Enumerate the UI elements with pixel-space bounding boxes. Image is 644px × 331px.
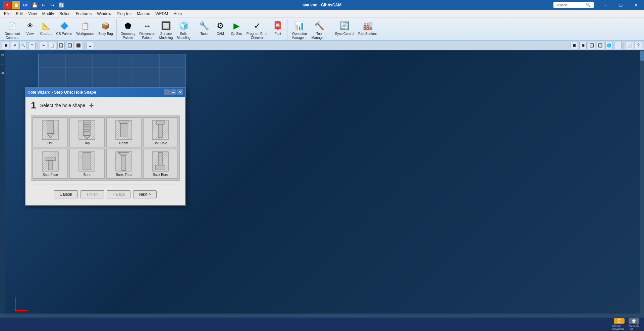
post-button[interactable]: 📮 Post bbox=[270, 19, 285, 37]
menu-edit[interactable]: Edit bbox=[13, 11, 25, 17]
minimize-button[interactable]: ─ bbox=[598, 0, 613, 10]
search-box[interactable]: 🔍 bbox=[553, 2, 594, 8]
sub-btn-5[interactable]: ✂ bbox=[40, 42, 47, 49]
sub-btn-r8[interactable]: ❓ bbox=[635, 42, 642, 49]
menu-features[interactable]: Features bbox=[73, 11, 94, 17]
title-bar-icons: R 📄 Gc 💾 ↩ ↪ 🔄 bbox=[3, 1, 65, 9]
sub-btn-r5[interactable]: 🌐 bbox=[605, 42, 613, 49]
sub-btn-9[interactable]: ⬛ bbox=[75, 42, 82, 49]
hole-item-ream[interactable]: Ream bbox=[106, 117, 142, 147]
hole-item-drill[interactable]: Drill bbox=[33, 117, 68, 147]
bore-svg bbox=[78, 151, 96, 172]
body-bag-icon: 📦 bbox=[100, 20, 111, 31]
part-stations-icon: 🏭 bbox=[363, 20, 373, 31]
next-button[interactable]: Next > bbox=[133, 190, 157, 198]
maximize-button[interactable]: □ bbox=[613, 0, 629, 10]
left-label-e: E bbox=[1, 72, 4, 74]
part-stations-button[interactable]: 🏭 Part Stations bbox=[357, 19, 379, 37]
workgroups-button[interactable]: 📋 Workgroups bbox=[75, 19, 96, 37]
cs-palette-button[interactable]: 🔷 CS Palette bbox=[55, 19, 74, 37]
left-label-g: G bbox=[1, 54, 4, 56]
svg-rect-22 bbox=[48, 160, 52, 170]
view-label: View bbox=[26, 32, 34, 36]
menu-wedm[interactable]: WEDM bbox=[153, 11, 171, 17]
taskbar-cimco[interactable]: C CimcoDownloa... bbox=[613, 318, 625, 330]
back-bore-label: Back Bore bbox=[153, 173, 168, 177]
dialog-minimize-button[interactable]: ─ bbox=[170, 89, 176, 95]
program-error-checker-button[interactable]: ✓ Program ErrorChecker bbox=[245, 19, 269, 41]
redo-icon[interactable]: ↪ bbox=[49, 1, 56, 9]
sub-btn-2[interactable]: ↗ bbox=[11, 42, 18, 49]
menu-file[interactable]: File bbox=[1, 11, 13, 17]
refresh-icon[interactable]: 🔄 bbox=[57, 1, 65, 9]
sub-btn-8[interactable]: 🔲 bbox=[66, 42, 73, 49]
svg-rect-18 bbox=[156, 121, 164, 124]
coord-button[interactable]: 📐 Coord... bbox=[39, 19, 54, 37]
finish-button[interactable]: Finish bbox=[80, 190, 104, 198]
search-icon: 🔍 bbox=[586, 3, 591, 7]
body-bag-button[interactable]: 📦 Body Bag bbox=[97, 19, 114, 37]
close-button[interactable]: ✕ bbox=[629, 0, 644, 10]
sub-btn-r4[interactable]: 🔲 bbox=[597, 42, 604, 49]
svg-rect-5 bbox=[84, 121, 90, 136]
geometry-palette-button[interactable]: ⬟ GeometryPalette bbox=[119, 19, 137, 41]
op-sim-button[interactable]: ▶ Op Sim bbox=[229, 19, 244, 37]
sub-btn-4[interactable]: ◻ bbox=[28, 42, 36, 49]
sub-btn-r6[interactable]: ← bbox=[614, 42, 622, 49]
sub-btn-6[interactable]: 📋 bbox=[49, 42, 56, 49]
vertical-scrollbar[interactable] bbox=[640, 50, 644, 331]
sub-btn-r3[interactable]: 🔲 bbox=[588, 42, 595, 49]
sub-btn-r2[interactable]: ⊟ bbox=[579, 42, 587, 49]
save-icon[interactable]: 💾 bbox=[31, 1, 39, 9]
sub-btn-7[interactable]: 🔲 bbox=[57, 42, 65, 49]
menu-modify[interactable]: Modify bbox=[40, 11, 57, 17]
hole-item-tap[interactable]: Tap bbox=[69, 117, 105, 147]
operation-manager-label: OperationManager... bbox=[291, 32, 307, 40]
sub-separator-r1 bbox=[624, 43, 624, 49]
hole-item-bolt-hole[interactable]: Bolt Hole bbox=[143, 117, 178, 147]
menu-window[interactable]: Window bbox=[94, 11, 114, 17]
undo-icon[interactable]: ↩ bbox=[40, 1, 47, 9]
back-button[interactable]: < Back bbox=[107, 190, 130, 198]
solid-modeling-button[interactable]: 🧊 SolidModeling bbox=[175, 19, 192, 41]
app-icon-3[interactable]: Gc bbox=[21, 1, 30, 9]
menu-macros[interactable]: Macros bbox=[134, 11, 153, 17]
operation-manager-button[interactable]: 📊 OperationManager... bbox=[290, 19, 309, 41]
sub-btn-10[interactable]: ≡ bbox=[87, 42, 94, 49]
taskbar-recycle[interactable]: 🗑 RecycleBin bbox=[628, 318, 640, 330]
menu-help[interactable]: Help bbox=[171, 11, 184, 17]
ribbon-toolbar: 📄 DocumentControl... 👁 View 📐 Coord... 🔷… bbox=[0, 17, 644, 41]
tools-button[interactable]: 🔧 Tools bbox=[197, 19, 212, 37]
search-input[interactable] bbox=[555, 3, 586, 7]
hole-item-spot-face[interactable]: Spot Face bbox=[33, 149, 68, 179]
menu-plugins[interactable]: Plug-Ins bbox=[114, 11, 134, 17]
menu-view[interactable]: View bbox=[25, 11, 40, 17]
sub-btn-r7[interactable]: ⬜ bbox=[626, 42, 633, 49]
bore-thru-shape bbox=[115, 151, 132, 172]
dialog-close-button[interactable]: ✕ bbox=[177, 89, 183, 95]
menu-solids[interactable]: Solids bbox=[57, 11, 73, 17]
tool-manager-button[interactable]: 🔨 ToolManager... bbox=[310, 19, 328, 41]
program-error-checker-label: Program ErrorChecker bbox=[247, 32, 268, 40]
sub-btn-1[interactable]: ⊞ bbox=[2, 42, 9, 49]
dialog-pin-button[interactable]: 📌 bbox=[164, 89, 170, 95]
horizontal-scrollbar[interactable] bbox=[0, 314, 644, 318]
document-control-button[interactable]: 📄 DocumentControl... bbox=[3, 19, 21, 41]
sync-control-button[interactable]: 🔄 Sync Control bbox=[334, 19, 356, 37]
cancel-button[interactable]: Cancel bbox=[54, 190, 78, 198]
tool-manager-label: ToolManager... bbox=[311, 32, 327, 40]
coord-label: Coord... bbox=[40, 32, 52, 36]
view-button[interactable]: 👁 View bbox=[23, 19, 38, 37]
hole-item-bore-thru[interactable]: Bore, Thru bbox=[106, 149, 142, 179]
app-icon-2[interactable]: 📄 bbox=[12, 1, 20, 9]
surface-modeling-button[interactable]: 🔲 SurfaceModeling bbox=[158, 19, 174, 41]
dimension-palette-button[interactable]: ↔ DimensionPalette bbox=[138, 19, 156, 41]
cam-button[interactable]: ⚙ CAM bbox=[213, 19, 228, 37]
hole-item-bore[interactable]: Bore bbox=[69, 149, 105, 179]
sub-btn-3[interactable]: 🔍 bbox=[19, 42, 27, 49]
sub-btn-r1[interactable]: ⊞ bbox=[571, 42, 578, 49]
dialog-titlebar: Hole Wizard - Step One: Hole Shape 📌 ─ ✕ bbox=[25, 88, 185, 97]
scrollbar-thumb-v[interactable] bbox=[640, 51, 644, 61]
app-icon-1[interactable]: R bbox=[3, 1, 11, 9]
hole-item-back-bore[interactable]: Back Bore bbox=[143, 149, 178, 179]
